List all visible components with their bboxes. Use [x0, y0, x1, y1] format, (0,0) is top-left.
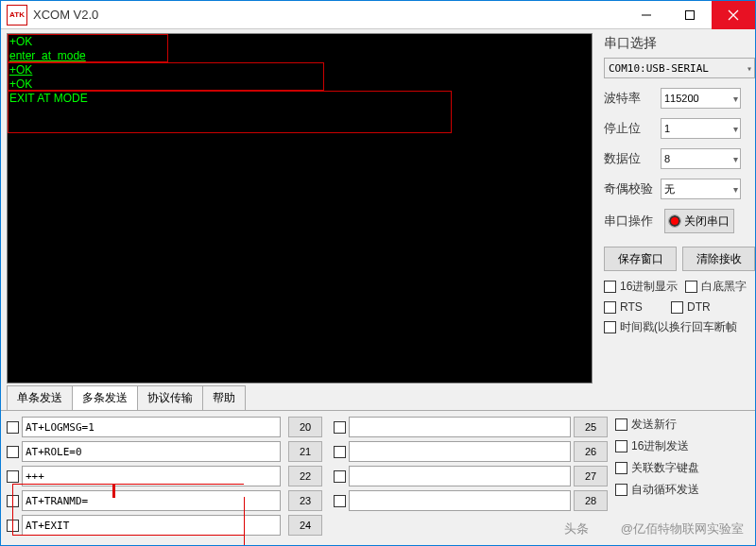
parity-select[interactable]: 无 — [661, 179, 741, 199]
app-logo: ATK — [7, 5, 27, 26]
baud-label: 波特率 — [604, 90, 661, 107]
numpad-label: 关联数字键盘 — [631, 460, 699, 476]
rts-checkbox[interactable] — [604, 301, 616, 314]
send-slot-checkbox[interactable] — [334, 470, 346, 483]
close-port-button[interactable]: 关闭串口 — [664, 209, 734, 233]
timestamp-label: 时间戳(以换行回车断帧 — [620, 319, 737, 335]
tab-protocol[interactable]: 协议传输 — [137, 385, 203, 410]
watermark-author: @亿佰特物联网实验室 — [621, 520, 744, 537]
app-title: XCOM V2.0 — [33, 8, 625, 22]
terminal-output: +OK enter_at_mode +OK +OK EXIT AT MODE — [7, 33, 593, 384]
databit-label: 数据位 — [604, 150, 661, 167]
annotation-line — [12, 484, 13, 535]
send-slot-input[interactable] — [349, 441, 571, 462]
send-slot-checkbox[interactable] — [334, 495, 346, 507]
stopbit-label: 停止位 — [604, 120, 661, 137]
send-slot-checkbox[interactable] — [7, 470, 19, 483]
databit-select[interactable]: 8 — [661, 148, 741, 169]
minimize-button[interactable] — [625, 1, 668, 29]
tab-multi-send[interactable]: 多条发送 — [72, 385, 138, 410]
baud-select[interactable]: 115200 — [661, 88, 741, 109]
send-slot-button[interactable]: 24 — [288, 515, 322, 536]
send-slot-input[interactable] — [349, 417, 571, 437]
send-newline-label: 发送新行 — [631, 417, 677, 433]
autoloop-checkbox[interactable] — [615, 484, 627, 496]
send-slot-button[interactable]: 26 — [574, 441, 608, 462]
tab-help[interactable]: 帮助 — [202, 385, 246, 410]
save-window-button[interactable]: 保存窗口 — [604, 247, 677, 271]
highlight-box — [8, 34, 168, 62]
send-slot-input[interactable] — [349, 490, 571, 511]
hex-send-label: 16进制发送 — [631, 438, 689, 454]
dtr-checkbox[interactable] — [671, 301, 683, 314]
maximize-button[interactable] — [668, 1, 712, 29]
tab-single-send[interactable]: 单条发送 — [7, 385, 73, 410]
rts-label: RTS — [620, 300, 667, 314]
port-op-label: 串口操作 — [604, 213, 661, 230]
send-slot-button[interactable]: 23 — [288, 490, 322, 511]
send-slot-button[interactable]: 22 — [288, 466, 322, 486]
panel-title: 串口选择 — [604, 35, 755, 52]
whitebg-checkbox[interactable] — [685, 281, 697, 293]
send-slot-input[interactable]: AT+EXIT — [22, 515, 281, 536]
cursor-indicator — [112, 485, 115, 498]
stopbit-select[interactable]: 1 — [661, 118, 741, 139]
record-icon — [669, 215, 680, 227]
send-slot-button[interactable]: 21 — [288, 441, 322, 462]
send-slot-button[interactable]: 28 — [574, 490, 608, 511]
send-slot-input[interactable]: AT+LOGMSG=1 — [22, 417, 281, 437]
hex-display-checkbox[interactable] — [604, 281, 616, 293]
send-slot-input[interactable]: AT+TRANMD= — [22, 490, 281, 511]
parity-label: 奇偶校验 — [604, 180, 661, 197]
send-newline-checkbox[interactable] — [615, 418, 627, 431]
highlight-box — [8, 91, 452, 133]
serial-settings-panel: 串口选择 COM10:USB-SERIAL 波特率115200 停止位1 数据位… — [596, 29, 755, 384]
send-slot-input[interactable]: AT+ROLE=0 — [22, 441, 281, 462]
send-slot-checkbox[interactable] — [334, 421, 346, 434]
annotation-line — [12, 535, 244, 536]
send-slot-input[interactable] — [349, 466, 571, 486]
hex-display-label: 16进制显示 — [620, 279, 678, 295]
send-slot-checkbox[interactable] — [7, 446, 19, 458]
send-slot-button[interactable]: 27 — [574, 466, 608, 486]
send-tabs: 单条发送 多条发送 协议传输 帮助 — [1, 385, 755, 411]
send-slot-button[interactable]: 20 — [288, 417, 322, 437]
numpad-checkbox[interactable] — [615, 462, 627, 474]
port-select[interactable]: COM10:USB-SERIAL — [604, 58, 755, 78]
annotation-line — [12, 484, 244, 485]
highlight-box — [8, 62, 324, 91]
send-slot-checkbox[interactable] — [7, 421, 19, 434]
annotation-line — [244, 497, 245, 546]
hex-send-checkbox[interactable] — [615, 440, 627, 452]
svg-rect-1 — [686, 10, 695, 19]
send-slot-button[interactable]: 25 — [574, 417, 608, 437]
autoloop-label: 自动循环发送 — [631, 482, 699, 498]
dtr-label: DTR — [687, 300, 711, 314]
timestamp-checkbox[interactable] — [604, 321, 616, 333]
close-button[interactable] — [712, 1, 755, 29]
whitebg-label: 白底黑字 — [701, 279, 747, 295]
clear-receive-button[interactable]: 清除接收 — [682, 247, 755, 271]
send-slot-checkbox[interactable] — [334, 446, 346, 458]
titlebar: ATK XCOM V2.0 — [1, 1, 755, 29]
watermark-head: 头条 — [564, 520, 589, 537]
